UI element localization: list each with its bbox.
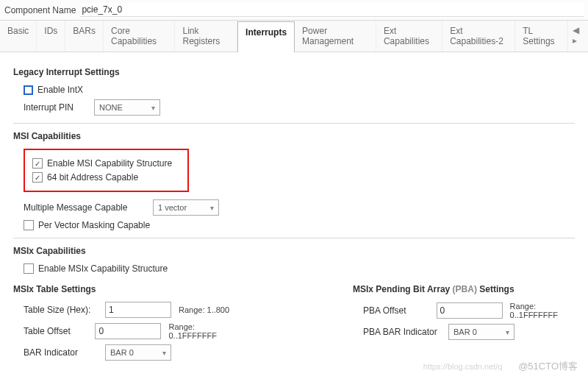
bar-indicator-select[interactable]: BAR 0 ▾ — [105, 344, 171, 361]
table-offset-input[interactable] — [95, 323, 161, 339]
tab-ext-capabilities-2[interactable]: Ext Capabilities-2 — [442, 21, 515, 52]
tab-bars[interactable]: BARs — [65, 21, 104, 52]
enable-msi-cap-label: Enable MSI Capability Structure — [47, 158, 172, 169]
msix-pba-title-paren: (PBA) — [453, 284, 477, 294]
tab-interrupts[interactable]: Interrupts — [237, 21, 295, 52]
pba-bar-indicator-select[interactable]: BAR 0 ▾ — [448, 324, 514, 340]
tab-ids[interactable]: IDs — [37, 21, 65, 52]
msi-64bit-checkbox[interactable] — [32, 172, 43, 183]
chevron-down-icon: ▾ — [210, 204, 214, 212]
enable-msix-cap-label: Enable MSIx Capability Structure — [38, 263, 168, 274]
bar-indicator-label: BAR Indicator — [24, 347, 101, 358]
msix-pba-title-suffix: Settings — [477, 284, 514, 294]
table-size-range: Range: 1..800 — [179, 305, 229, 314]
bar-indicator-value: BAR 0 — [110, 348, 134, 357]
chevron-down-icon: ▾ — [162, 349, 166, 357]
msix-table-section-title: MSIx Table Settings — [13, 284, 235, 294]
tab-power-management[interactable]: Power Management — [295, 21, 376, 52]
multi-message-select[interactable]: 1 vector ▾ — [153, 199, 219, 216]
chevron-down-icon: ▾ — [151, 104, 155, 112]
tab-core-capabilities[interactable]: Core Capabilities — [104, 21, 175, 52]
msix-section-title: MSIx Capabilities — [13, 246, 575, 256]
enable-intx-checkbox[interactable] — [24, 85, 33, 95]
tab-basic[interactable]: Basic — [0, 21, 37, 52]
table-size-label: Table Size (Hex): — [24, 305, 101, 315]
tabs-scroll-right-icon[interactable]: ◀ ▸ — [568, 21, 588, 52]
legacy-section-title: Legacy Interrupt Settings — [13, 67, 575, 77]
pba-offset-input[interactable] — [437, 302, 503, 319]
tab-link-registers[interactable]: Link Registers — [175, 21, 237, 52]
table-offset-label: Table Offset — [24, 326, 90, 336]
msi-highlight-box: Enable MSI Capability Structure 64 bit A… — [24, 149, 189, 192]
multi-message-value: 1 vector — [158, 203, 187, 212]
tab-tl-settings[interactable]: TL Settings — [515, 21, 567, 52]
chevron-down-icon: ▾ — [506, 328, 509, 336]
per-vector-mask-checkbox[interactable] — [24, 220, 34, 230]
msi-64bit-label: 64 bit Address Capable — [47, 172, 138, 183]
pba-bar-indicator-value: BAR 0 — [453, 327, 477, 336]
pba-offset-label: PBA Offset — [363, 305, 432, 316]
msix-pba-section-title: MSIx Pending Bit Array (PBA) Settings — [353, 284, 575, 294]
pba-bar-indicator-label: PBA BAR Indicator — [363, 327, 444, 337]
table-size-input[interactable] — [105, 302, 171, 318]
msix-pba-title-prefix: MSIx Pending Bit Array — [353, 284, 453, 294]
per-vector-mask-label: Per Vector Masking Capable — [38, 220, 150, 230]
multi-message-label: Multiple Message Capable — [24, 202, 148, 213]
interrupt-pin-select[interactable]: NONE ▾ — [94, 99, 160, 116]
component-name-input[interactable]: pcie_7x_0 — [80, 3, 584, 17]
enable-msi-cap-checkbox[interactable] — [32, 158, 43, 169]
table-offset-range: Range: 0..1FFFFFFF — [168, 322, 235, 340]
interrupt-pin-label: Interrupt PIN — [24, 102, 90, 113]
component-name-label: Component Name — [4, 5, 76, 15]
interrupt-pin-value: NONE — [99, 103, 123, 112]
enable-intx-label: Enable IntX — [37, 85, 83, 95]
tab-ext-capabilities[interactable]: Ext Capabilities — [376, 21, 442, 52]
pba-offset-range: Range: 0..1FFFFFFF — [510, 302, 575, 319]
enable-msix-cap-checkbox[interactable] — [24, 263, 34, 274]
tabs-bar: Basic IDs BARs Core Capabilities Link Re… — [0, 21, 588, 52]
msi-section-title: MSI Capabilities — [13, 131, 575, 141]
